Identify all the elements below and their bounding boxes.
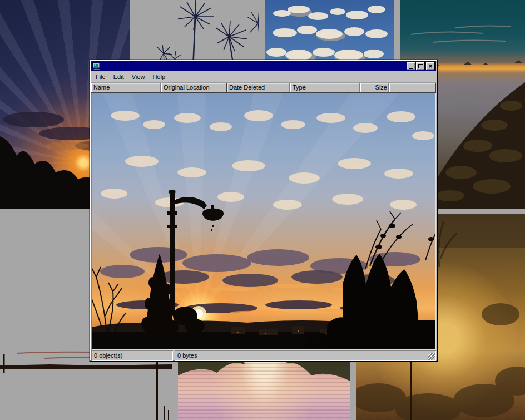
menu-view[interactable]: View (128, 72, 149, 81)
minimize-button[interactable] (407, 62, 415, 70)
column-header-blank[interactable] (389, 83, 436, 93)
column-header-size[interactable]: Size (360, 83, 389, 93)
column-header-type[interactable]: Type (290, 83, 360, 93)
menu-edit[interactable]: Edit (110, 72, 128, 81)
close-button[interactable]: × (426, 62, 435, 70)
file-list-area[interactable] (91, 93, 436, 350)
status-objects: 0 object(s) (91, 350, 173, 361)
maximize-icon (418, 64, 423, 68)
status-bar: 0 object(s) 0 bytes (91, 350, 436, 361)
column-header-original-location[interactable]: Original Location (161, 83, 227, 93)
recycle-bin-window: × File Edit View Help Name Original Loca… (90, 60, 438, 362)
close-icon: × (428, 63, 432, 69)
computer-icon (92, 62, 101, 71)
maximize-button[interactable] (416, 62, 425, 70)
column-header-name[interactable]: Name (91, 83, 161, 93)
column-header-date-deleted[interactable]: Date Deleted (227, 83, 290, 93)
resize-grip[interactable] (428, 353, 435, 360)
minimize-icon (409, 68, 413, 69)
status-bytes-text: 0 bytes (177, 352, 197, 359)
menu-bar: File Edit View Help (91, 71, 436, 83)
menu-help[interactable]: Help (148, 72, 169, 81)
column-header-row: Name Original Location Date Deleted Type… (91, 83, 436, 93)
title-bar[interactable]: × (91, 61, 436, 71)
status-bytes: 0 bytes (175, 350, 436, 361)
menu-file[interactable]: File (92, 72, 110, 81)
sunset-lamp-photo (92, 93, 435, 349)
